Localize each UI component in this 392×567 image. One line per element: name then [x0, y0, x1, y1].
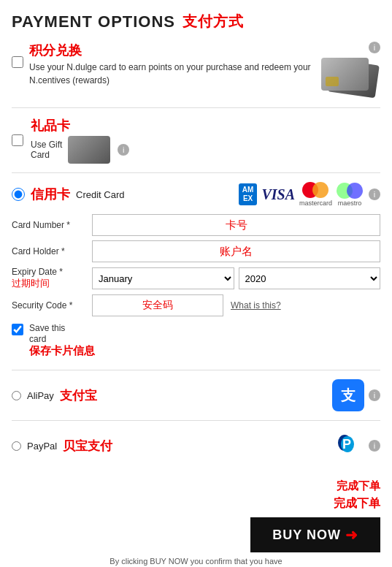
gift-card-image — [68, 136, 110, 164]
points-card-image — [318, 56, 380, 99]
points-info-icon[interactable]: i — [369, 42, 380, 53]
points-label-cn: 积分兑换 — [29, 42, 311, 59]
page-title: PAYMENT OPTIONS — [12, 12, 175, 31]
card-number-label: Card Number * — [12, 220, 92, 230]
credit-info-icon[interactable]: i — [369, 189, 380, 200]
save-card-checkbox[interactable] — [12, 324, 23, 335]
expiry-year-select[interactable]: 202020212022 202320242025 202620272028 2… — [239, 267, 381, 289]
gift-info-icon[interactable]: i — [118, 144, 129, 156]
security-label: Security Code * — [12, 300, 92, 311]
svg-text:P: P — [342, 437, 351, 452]
paypal-info-icon[interactable]: i — [369, 440, 380, 452]
alipay-cn: 支付宝 — [60, 387, 97, 404]
mastercard-logo: mastercard — [299, 182, 332, 207]
complete-cn-text: 完成下单 — [334, 497, 380, 509]
expiry-label: Expiry Date * — [12, 267, 92, 277]
card-holder-input[interactable] — [92, 240, 380, 262]
save-card-label: Save this card — [29, 323, 65, 344]
what-is-this-link[interactable]: What is this? — [231, 300, 281, 311]
buy-now-label: BUY NOW — [272, 528, 341, 543]
expiry-cn: 过期时间 — [12, 277, 92, 290]
credit-card-cn: 信用卡 — [31, 186, 70, 203]
paypal-icon: P — [332, 430, 364, 462]
visa-logo: VISA — [261, 186, 295, 203]
alipay-icon: 支 — [332, 379, 364, 411]
paypal-cn: 贝宝支付 — [63, 438, 112, 454]
card-number-input[interactable] — [92, 214, 380, 236]
points-checkbox[interactable] — [12, 56, 23, 68]
credit-card-radio[interactable] — [12, 188, 25, 201]
paypal-radio[interactable] — [12, 441, 21, 451]
amex-logo: AMEX — [239, 183, 258, 205]
credit-card-label: Credit Card — [76, 189, 124, 200]
buy-now-button[interactable]: BUY NOW ➜ — [250, 517, 380, 552]
buy-now-arrow: ➜ — [345, 526, 358, 544]
alipay-info-icon[interactable]: i — [369, 389, 380, 401]
gift-checkbox[interactable] — [12, 134, 23, 146]
save-card-cn: 保存卡片信息 — [29, 344, 95, 358]
paypal-label: PayPal — [27, 441, 57, 452]
alipay-radio[interactable] — [12, 391, 21, 400]
complete-cn: 完成下单 — [12, 479, 380, 493]
gift-label-cn: 礼品卡 — [31, 118, 70, 133]
card-holder-label: Card Holder * — [12, 246, 92, 256]
terms-text: By clicking BUY NOW you confirm that you… — [12, 557, 380, 567]
expiry-month-select[interactable]: JanuaryFebruaryMarch AprilMayJune JulyAu… — [92, 267, 234, 289]
gift-label: Use GiftCard — [31, 140, 62, 160]
page-title-cn: 支付方式 — [182, 12, 244, 31]
security-code-input[interactable] — [92, 294, 223, 316]
alipay-label: AliPay — [27, 390, 54, 401]
points-description: Use your N.dulge card to earn points on … — [29, 62, 311, 85]
maestro-logo: maestro — [337, 183, 363, 207]
